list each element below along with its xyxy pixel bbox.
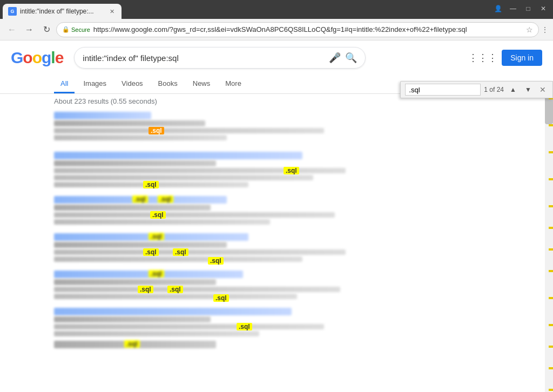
nav-bar: ← → ↻ 🔒 Secure https://www.google.com/?g… [0, 19, 553, 40]
address-bar[interactable]: 🔒 Secure https://www.google.com/?gws_rd=… [56, 22, 539, 37]
scroll-marker [549, 205, 553, 207]
scroll-marker [549, 151, 553, 153]
profile-icon[interactable]: 👤 [491, 3, 505, 15]
bookmark-icon[interactable]: ☆ [526, 25, 533, 34]
signin-button[interactable]: Sign in [502, 50, 542, 66]
mic-icon[interactable]: 🎤 [329, 52, 341, 64]
find-count: 1 of 24 [484, 86, 504, 93]
chrome-menu-icon[interactable]: ⋮ [541, 25, 549, 34]
sql-badge-yellow: .sql [143, 248, 159, 256]
maximize-button[interactable]: □ [521, 3, 535, 15]
tab-news[interactable]: News [186, 75, 217, 93]
tab-close-button[interactable]: ✕ [107, 7, 116, 16]
header-right: ⋮⋮⋮ Sign in [468, 50, 542, 66]
scroll-marker [549, 389, 553, 391]
sql-badge-yellow: .sql [213, 294, 229, 302]
minimize-button[interactable]: — [506, 3, 520, 15]
find-prev-button[interactable]: ▲ [507, 84, 519, 96]
scroll-marker [549, 178, 553, 180]
google-logo: Google [11, 49, 63, 67]
tab-title: intitle:"index of" filetype:... [20, 8, 104, 15]
sql-badge-yellow: .sql [124, 340, 140, 348]
back-button[interactable]: ← [4, 22, 19, 37]
refresh-button[interactable]: ↻ [39, 22, 54, 37]
active-tab[interactable]: G intitle:"index of" filetype:... ✕ [3, 4, 122, 19]
sql-badge-yellow: .sql [167, 286, 183, 293]
tab-books[interactable]: Books [152, 75, 184, 93]
sql-badge-yellow: .sql [173, 248, 188, 256]
page-content: Google intitle:"index of" filetype:sql 🎤… [0, 40, 553, 352]
table-row: .sql .sql .sql .sql [54, 271, 499, 299]
tab-all[interactable]: All [54, 75, 75, 93]
sql-badge-yellow: .sql [149, 270, 164, 278]
google-header: Google intitle:"index of" filetype:sql 🎤… [0, 40, 553, 75]
chrome-frame: G intitle:"index of" filetype:... ✕ 👤 — … [0, 0, 553, 40]
tab-bar: G intitle:"index of" filetype:... ✕ 👤 — … [0, 0, 553, 19]
scroll-marker [549, 227, 553, 229]
table-row: .sql [54, 308, 499, 336]
logo-e: e [55, 49, 64, 66]
sql-badge-yellow: .sql [208, 257, 224, 265]
tab-images[interactable]: Images [77, 75, 113, 93]
results-container: .sql .sql .sql .sql .sql [54, 112, 499, 348]
find-next-button[interactable]: ▼ [522, 84, 534, 96]
sql-badge-yellow: .sql [132, 195, 148, 203]
scroll-marker [549, 346, 553, 348]
scroll-marker [549, 124, 553, 126]
close-button[interactable]: ✕ [536, 3, 550, 15]
sql-badge-yellow: .sql [158, 195, 173, 203]
lock-icon: 🔒 [62, 26, 70, 33]
find-close-button[interactable]: ✕ [537, 84, 548, 95]
secure-label: Secure [71, 26, 90, 33]
scroll-marker [549, 270, 553, 272]
table-row: .sql [54, 112, 499, 143]
search-button[interactable]: 🔍 [345, 52, 357, 64]
scroll-marker [549, 248, 553, 251]
find-input[interactable] [405, 84, 481, 96]
sql-badge-yellow: .sql [284, 167, 299, 174]
forward-button[interactable]: → [22, 22, 37, 37]
find-bar: 1 of 24 ▲ ▼ ✕ [400, 81, 553, 98]
table-row: .sql .sql [54, 152, 499, 187]
result-title[interactable] [54, 112, 151, 119]
sql-badge-yellow: .sql [150, 211, 166, 219]
sql-badge-yellow: .sql [237, 323, 252, 330]
table-row: .sql [54, 341, 499, 348]
results-area: About 223 results (0.55 seconds) .sql [0, 94, 553, 352]
search-input[interactable]: intitle:"index of" filetype:sql [83, 53, 329, 63]
address-url: https://www.google.com/?gws_rd=cr,ssl&ei… [93, 25, 467, 33]
sql-badge-yellow: .sql [138, 286, 153, 293]
sql-badge-orange: .sql [149, 127, 164, 134]
search-box[interactable]: intitle:"index of" filetype:sql 🎤 🔍 [74, 47, 366, 69]
tab-favicon: G [8, 7, 17, 16]
table-row: .sql .sql .sql .sql [54, 233, 499, 262]
logo-l: l [51, 49, 55, 66]
sql-badge-yellow: .sql [149, 233, 164, 240]
logo-g: G [11, 49, 23, 66]
scroll-marker [549, 324, 553, 326]
tab-more[interactable]: More [219, 75, 248, 93]
scroll-markers [549, 81, 553, 392]
results-count: About 223 results (0.55 seconds) [54, 97, 499, 105]
apps-icon[interactable]: ⋮⋮⋮ [468, 52, 497, 64]
secure-badge: 🔒 Secure [62, 26, 90, 33]
logo-o2: o [32, 49, 42, 66]
sql-badge-yellow: .sql [143, 181, 159, 188]
scroll-marker [549, 367, 553, 369]
tab-videos[interactable]: Videos [115, 75, 150, 93]
logo-o1: o [23, 49, 32, 66]
table-row: .sql .sql .sql [54, 196, 499, 225]
window-controls: 👤 — □ ✕ [491, 3, 550, 15]
scroll-marker [549, 297, 553, 299]
logo-g2: g [42, 49, 51, 66]
